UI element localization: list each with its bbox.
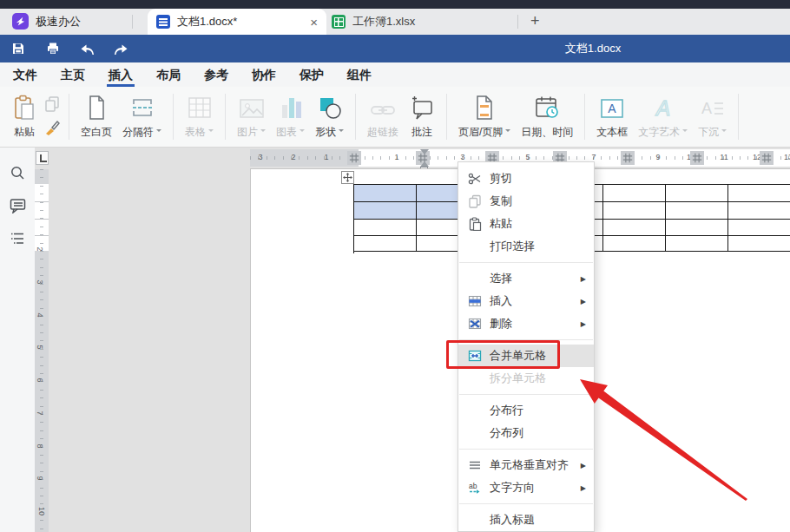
context-menu-item[interactable]: ab文字方向▶ [458,476,594,499]
context-menu-item[interactable]: 选择▶ [458,267,594,290]
menu-item-label: 插入标题 [490,512,535,528]
table-column-marker-icon[interactable] [621,151,635,165]
menu-collaborate[interactable]: 协作 [247,62,280,87]
document-workspace: 3211357910111213 2345678910 剪切复制粘贴打印选择选择… [0,148,790,532]
table-cell[interactable] [354,220,417,236]
menu-home[interactable]: 主页 [56,62,89,87]
no-icon [467,404,482,418]
menu-item-label: 复制 [490,194,512,209]
copy-format-icon [43,95,61,116]
window-top-strip [0,0,790,9]
format-painter-icon[interactable] [43,119,61,140]
picture-icon [239,95,265,121]
datetime-button[interactable]: 日期、时间 [516,87,578,147]
blank-page-button[interactable]: 空白页 [76,87,117,147]
table-cell[interactable] [666,236,728,252]
table-cell[interactable] [354,185,417,202]
save-icon[interactable] [9,40,28,57]
ruler-corner-tab-stop[interactable] [36,151,49,165]
undo-icon[interactable] [78,40,97,57]
page-break-button[interactable]: 分隔符 [117,87,167,147]
insert-table-icon [467,294,482,309]
context-menu-item[interactable]: 分布行 [458,399,594,422]
hanging-indent-marker[interactable] [420,157,429,167]
table-icon [187,95,213,121]
context-menu-item[interactable]: 粘贴 [458,213,594,235]
table-cell[interactable] [728,185,790,202]
vertical-ruler[interactable]: 2345678910 [35,169,49,532]
menu-bar: 文件 主页 插入 布局 参考 协作 保护 组件 [0,62,790,87]
table-button: 表格 [180,87,219,147]
table-cell[interactable] [603,202,666,220]
table-cell[interactable] [666,220,728,236]
table-column-marker-icon[interactable] [690,151,704,165]
text-direction-icon: ab [467,481,482,496]
table-column-marker-icon[interactable] [760,151,774,165]
menu-references[interactable]: 参考 [200,62,233,87]
table-cell[interactable] [728,202,790,220]
menu-file[interactable]: 文件 [9,62,42,87]
picture-button: 图片 [232,87,271,147]
search-icon[interactable] [10,165,25,184]
ruler-number: 8 [36,443,44,448]
tab-spreadsheet[interactable]: 工作簿1.xlsx [332,9,497,35]
context-menu-item[interactable]: 打印选择 [458,235,594,258]
table-cell[interactable] [603,236,666,252]
table-move-handle-icon[interactable] [341,171,354,184]
ruler-number: 5 [36,345,44,349]
menu-separator [459,449,593,450]
tab-label: 文档1.docx* [177,14,237,30]
table-cell[interactable] [666,185,728,202]
hyperlink-button: 超链接 [362,87,404,147]
header-footer-button[interactable]: 页眉/页脚 [453,87,516,147]
menu-insert[interactable]: 插入 [104,62,137,87]
table-cell[interactable] [603,185,666,202]
menu-item-label: 单元格垂直对齐 [490,457,569,473]
app-logo-icon[interactable] [12,13,29,30]
no-icon [467,371,482,386]
textbox-button[interactable]: A 文本框 [591,87,633,147]
context-menu-item[interactable]: 剪切 [458,167,594,190]
redo-icon[interactable] [111,40,130,57]
menu-components[interactable]: 组件 [343,62,376,87]
comment-button[interactable]: 批注 [404,87,440,147]
title-bar: 文档1.docx [0,35,790,62]
context-menu-item[interactable]: 分布列 [458,422,594,444]
ruler-number: 13 [784,153,790,161]
submenu-arrow-icon: ▶ [581,462,586,470]
context-menu-item[interactable]: 复制 [458,190,594,213]
chart-button: 图表 [271,87,310,147]
outline-panel-icon[interactable] [10,232,25,249]
tab-document[interactable]: 文档1.docx* × [148,9,326,35]
table-cell[interactable] [728,236,790,252]
comments-panel-icon[interactable] [10,198,26,217]
table-cell[interactable] [354,202,417,220]
svg-text:A: A [655,96,670,120]
chevron-down-icon [505,129,510,135]
table-cell[interactable] [666,202,728,220]
paste-button[interactable]: 粘贴 [7,87,42,147]
menu-protect[interactable]: 保护 [295,62,328,87]
table-column-marker-icon[interactable] [347,151,361,165]
ribbon-divider [173,94,174,140]
ruler-number: 11 [720,153,727,161]
print-icon[interactable] [43,40,63,57]
shapes-button[interactable]: 形状 [310,87,349,147]
table-cell[interactable] [354,236,417,252]
context-menu-item[interactable]: 插入▶ [458,290,594,312]
table-cell[interactable] [603,220,666,236]
ribbon-toolbar: 粘贴 空白页 分隔符 [0,87,790,148]
context-menu-item[interactable]: 单元格垂直对齐▶ [458,454,594,476]
comment-icon [409,95,435,121]
tab-divider [132,15,133,29]
menu-layout[interactable]: 布局 [152,62,185,87]
ribbon-divider [355,94,356,140]
chevron-down-icon [682,129,688,135]
table-cell[interactable] [728,220,790,236]
ruler-number: 5 [525,153,530,161]
ribbon-divider [225,94,226,140]
new-tab-button[interactable]: + [530,9,540,35]
context-menu-item[interactable]: 删除▶ [458,312,594,335]
context-menu-item[interactable]: 插入标题 [458,509,594,531]
close-icon[interactable]: × [310,16,318,29]
